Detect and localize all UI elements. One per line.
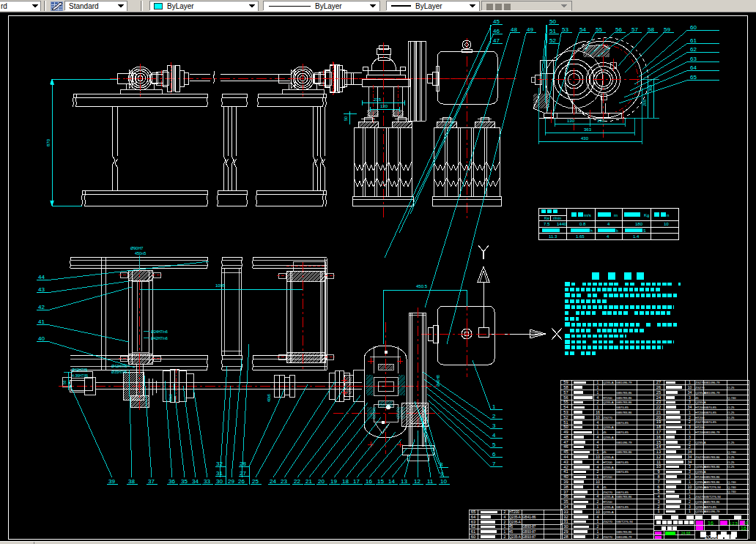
- svg-text:34: 34: [563, 504, 568, 509]
- svg-text:Kg: Kg: [644, 213, 649, 217]
- svg-text:ZG270: ZG270: [603, 520, 612, 523]
- svg-text:1: 1: [597, 529, 599, 534]
- svg-text:24: 24: [270, 478, 276, 485]
- svg-text:53: 53: [562, 26, 568, 33]
- svg-text:Ø90H7: Ø90H7: [130, 246, 143, 250]
- svg-text:27: 27: [240, 470, 246, 477]
- svg-text:10: 10: [440, 478, 447, 485]
- svg-text:62: 62: [690, 46, 697, 53]
- svg-text:21: 21: [305, 478, 312, 485]
- svg-text:2000: 2000: [705, 534, 718, 540]
- svg-text:O-25: O-25: [727, 461, 735, 464]
- svg-text:GB1096-79: GB1096-79: [704, 381, 720, 384]
- svg-text:33: 33: [204, 478, 210, 485]
- svg-text:8: 8: [440, 461, 443, 468]
- svg-text:54: 54: [563, 405, 568, 409]
- svg-text:GB70-85: GB70-85: [704, 420, 716, 424]
- svg-text:61: 61: [471, 529, 475, 534]
- svg-text:GB5783-86: GB5783-86: [704, 475, 720, 479]
- svg-text:GB70-85: GB70-85: [616, 421, 629, 425]
- svg-text:1.65: 1.65: [576, 234, 585, 239]
- svg-text:Q235-A: Q235-A: [603, 425, 614, 429]
- svg-text:O-25: O-25: [727, 406, 735, 409]
- svg-text:GB1096-79: GB1096-79: [704, 510, 720, 513]
- svg-text:Q-740: Q-740: [727, 480, 736, 484]
- svg-text:205: 205: [642, 100, 647, 106]
- svg-text:50: 50: [563, 425, 568, 429]
- svg-text:ZG270: ZG270: [603, 535, 612, 539]
- svg-text:GB5783-86: GB5783-86: [704, 465, 720, 469]
- svg-text:57: 57: [563, 390, 568, 395]
- svg-text:GB93-87: GB93-87: [522, 535, 536, 539]
- svg-text:41: 41: [563, 469, 568, 474]
- svg-text:10: 10: [688, 485, 692, 489]
- svg-text:Q235-A: Q235-A: [603, 436, 614, 439]
- svg-text:45: 45: [603, 485, 607, 489]
- svg-text:42: 42: [563, 465, 568, 469]
- svg-text:3: 3: [689, 395, 691, 400]
- svg-text:63: 63: [690, 56, 697, 62]
- svg-text:30: 30: [563, 524, 568, 529]
- svg-text:35: 35: [563, 499, 568, 504]
- svg-text:2: 2: [689, 415, 691, 420]
- svg-text:41: 41: [38, 318, 45, 325]
- svg-text:2: 2: [689, 440, 691, 444]
- svg-text:46: 46: [493, 28, 500, 34]
- svg-text:2: 2: [504, 510, 506, 514]
- svg-text:19: 19: [330, 478, 337, 485]
- svg-text:HT200: HT200: [509, 510, 519, 514]
- svg-text:10: 10: [596, 415, 600, 420]
- svg-text:GB70-85: GB70-85: [704, 505, 716, 509]
- svg-text:60: 60: [471, 534, 475, 539]
- svg-text:8: 8: [657, 474, 659, 479]
- svg-text:45k6: 45k6: [168, 394, 173, 402]
- svg-text:GB5783-86: GB5783-86: [616, 396, 632, 400]
- svg-text:Q-740: Q-740: [727, 450, 736, 454]
- svg-text:430: 430: [581, 136, 589, 141]
- svg-text:Q-740: Q-740: [727, 490, 736, 493]
- svg-text:GB70-85: GB70-85: [704, 406, 716, 409]
- svg-text:60: 60: [690, 24, 697, 31]
- svg-text:2: 2: [657, 504, 659, 509]
- svg-text:GB70-85: GB70-85: [616, 431, 629, 434]
- svg-text:10: 10: [743, 521, 748, 525]
- svg-text:1440: 1440: [557, 222, 567, 226]
- svg-text:25: 25: [252, 478, 259, 485]
- svg-text:50: 50: [344, 116, 348, 121]
- svg-text:16: 16: [708, 521, 714, 526]
- svg-text:Q235-A: Q235-A: [603, 400, 614, 404]
- svg-text:2: 2: [597, 524, 599, 529]
- svg-text:6: 6: [657, 485, 659, 489]
- svg-text:7: 7: [492, 461, 496, 467]
- svg-text:22: 22: [294, 478, 300, 485]
- svg-text:Q-740: Q-740: [727, 485, 736, 489]
- svg-text:29: 29: [228, 478, 234, 485]
- svg-text:1: 1: [597, 504, 599, 509]
- svg-text:55: 55: [596, 26, 602, 33]
- svg-text:4: 4: [597, 465, 599, 469]
- svg-text:10: 10: [596, 480, 600, 484]
- svg-text:ByLayer: ByLayer: [167, 2, 194, 10]
- svg-text:6: 6: [492, 451, 496, 458]
- svg-text:45: 45: [603, 431, 607, 434]
- svg-text:1:2.5: 1:2.5: [729, 521, 738, 526]
- svg-text:24: 24: [656, 395, 662, 400]
- svg-text:12: 12: [414, 478, 420, 485]
- svg-text:Q235-A: Q235-A: [509, 535, 522, 539]
- svg-text:17: 17: [353, 478, 360, 485]
- svg-text:2: 2: [492, 413, 496, 420]
- svg-text:36: 36: [563, 494, 568, 499]
- svg-text:1: 1: [492, 403, 496, 410]
- svg-text:33: 33: [563, 510, 568, 514]
- svg-text:59: 59: [563, 380, 568, 384]
- svg-text:4: 4: [597, 420, 599, 425]
- svg-text:Q235-A: Q235-A: [695, 441, 706, 444]
- svg-text:3: 3: [689, 474, 691, 479]
- svg-text:Q235-A: Q235-A: [509, 515, 522, 519]
- svg-text:45: 45: [509, 530, 514, 534]
- svg-text:11: 11: [656, 460, 661, 464]
- svg-text:9: 9: [657, 469, 659, 474]
- svg-text:15: 15: [377, 478, 384, 485]
- svg-text:215: 215: [374, 97, 382, 102]
- svg-text:65: 65: [690, 74, 697, 81]
